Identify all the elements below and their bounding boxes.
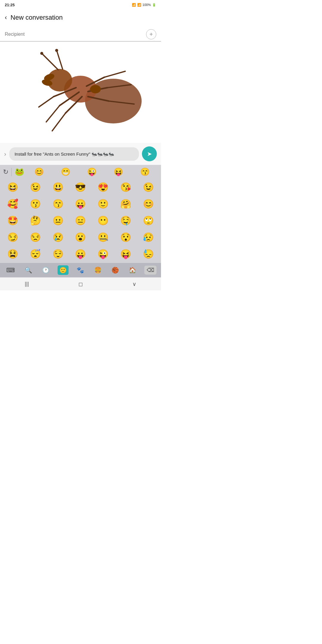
emoji-smiling-hearts[interactable]: 🥰 xyxy=(2,196,24,212)
emoji-sleeping[interactable]: 😴 xyxy=(24,246,47,262)
emoji-hugging[interactable]: 🤗 xyxy=(115,196,137,212)
recipient-input[interactable] xyxy=(5,32,146,37)
emoji-unamused[interactable]: 😒 xyxy=(24,229,47,245)
keyboard-category-search[interactable]: 🔍 xyxy=(23,265,34,275)
nav-back-button[interactable]: ∨ xyxy=(132,281,136,287)
emoji-winking2[interactable]: 😉 xyxy=(137,179,159,195)
divider xyxy=(11,168,12,176)
keyboard-category-keyboard[interactable]: ⌨ xyxy=(4,265,17,275)
emoji-expressionless[interactable]: 😑 xyxy=(69,212,92,228)
top-emoji-1[interactable]: 😊 xyxy=(34,167,44,177)
keyboard-top-row: ↻ 🐸 😊 😁 😜 😝 😙 xyxy=(0,165,161,178)
emoji-kissing-smiling[interactable]: 😙 xyxy=(47,196,69,212)
emoji-smirk[interactable]: 😏 xyxy=(2,229,24,245)
nav-home-button[interactable]: ◻ xyxy=(78,281,83,287)
top-emoji-row: 😊 😁 😜 😝 😙 xyxy=(26,167,158,177)
keyboard-category-bar: ⌨ 🔍 🕐 🙂 🐾 🍔 🏀 🏠 ⌫ xyxy=(0,263,161,277)
emoji-smiling2[interactable]: 😊 xyxy=(137,196,159,212)
emoji-grid: 😆 😉 😃 😎 😍 😘 😉 🥰 😗 😙 😛 🙂 🤗 😊 🤩 🤔 😐 😑 😶 🤤 … xyxy=(0,178,161,263)
page-title: New conversation xyxy=(10,14,63,21)
emoji-star-struck[interactable]: 🤩 xyxy=(2,212,24,228)
recipient-area: + xyxy=(0,26,161,41)
send-icon: ➤ xyxy=(147,150,152,157)
message-area: › Install for free "Ants on Screen Funny… xyxy=(0,143,161,165)
svg-point-8 xyxy=(40,52,43,55)
back-button[interactable]: ‹ xyxy=(5,14,7,21)
emoji-tongue2[interactable]: 😛 xyxy=(69,246,92,262)
emoji-tongue[interactable]: 😛 xyxy=(69,196,92,212)
keyboard-category-animal[interactable]: 🐾 xyxy=(75,265,86,275)
wifi-icon: 📶 xyxy=(132,3,136,7)
nav-menu-button[interactable]: ||| xyxy=(25,281,29,287)
emoji-winking-tongue[interactable]: 😜 xyxy=(92,246,114,262)
top-emoji-4[interactable]: 😝 xyxy=(114,167,123,177)
battery-icon: 🔋 xyxy=(152,3,156,7)
emoji-smiley[interactable]: 😃 xyxy=(47,179,69,195)
battery-text: 100% xyxy=(143,3,151,7)
emoji-thinking[interactable]: 🤔 xyxy=(24,212,47,228)
emoji-crying[interactable]: 😢 xyxy=(47,229,69,245)
keyboard-category-recent[interactable]: 🕐 xyxy=(40,265,51,275)
message-bubble[interactable]: Install for free "Ants on Screen Funny" … xyxy=(9,147,139,161)
svg-point-3 xyxy=(47,69,72,92)
keyboard-category-sports[interactable]: 🏀 xyxy=(110,265,121,275)
status-icons: 📶 📶 100% 🔋 xyxy=(132,3,156,7)
emoji-kissing[interactable]: 😗 xyxy=(24,196,47,212)
expand-button[interactable]: › xyxy=(4,151,6,157)
top-emoji-3[interactable]: 😜 xyxy=(87,167,97,177)
top-emoji-5[interactable]: 😙 xyxy=(140,167,150,177)
emoji-drooling[interactable]: 🤤 xyxy=(115,212,137,228)
emoji-zipper-mouth[interactable]: 🤐 xyxy=(92,229,114,245)
top-bar: ‹ New conversation xyxy=(0,9,161,26)
emoji-squinting-tongue[interactable]: 😝 xyxy=(115,246,137,262)
add-recipient-button[interactable]: + xyxy=(146,29,156,39)
emoji-downcast-sweat[interactable]: 😓 xyxy=(137,246,159,262)
emoji-keyboard: ↻ 🐸 😊 😁 😜 😝 😙 😆 😉 😃 😎 😍 😘 😉 🥰 😗 😙 😛 🙂 🤗 … xyxy=(0,165,161,277)
keyboard-category-emoji[interactable]: 🙂 xyxy=(58,265,69,275)
emoji-grinning-squinting[interactable]: 😆 xyxy=(2,179,24,195)
emoji-sunglasses[interactable]: 😎 xyxy=(69,179,92,195)
top-emoji-2[interactable]: 😁 xyxy=(61,167,70,177)
emoji-winking[interactable]: 😉 xyxy=(24,179,47,195)
emoji-heart-eyes[interactable]: 😍 xyxy=(92,179,114,195)
emoji-relieved[interactable]: 😌 xyxy=(47,246,69,262)
emoji-roll-eyes[interactable]: 🙄 xyxy=(137,212,159,228)
emoji-tired[interactable]: 😫 xyxy=(2,246,24,262)
svg-point-22 xyxy=(90,85,101,93)
keyboard-backspace-button[interactable]: ⌫ xyxy=(144,266,157,275)
emoji-hushed[interactable]: 😮 xyxy=(69,229,92,245)
signal-icon: 📶 xyxy=(137,3,141,7)
navigation-bar: ||| ◻ ∨ xyxy=(0,277,161,290)
svg-point-9 xyxy=(55,49,58,52)
emoji-no-mouth[interactable]: 😶 xyxy=(92,212,114,228)
keyboard-category-food[interactable]: 🍔 xyxy=(92,265,103,275)
emoji-kissing-heart[interactable]: 😘 xyxy=(115,179,137,195)
status-time: 21:25 xyxy=(5,3,15,7)
ant-image-area xyxy=(0,41,161,143)
ant-illustration xyxy=(0,41,161,143)
emoji-neutral[interactable]: 😐 xyxy=(47,212,69,228)
status-bar: 21:25 📶 📶 100% 🔋 xyxy=(0,0,161,9)
emoji-slightly-smiling[interactable]: 🙂 xyxy=(92,196,114,212)
emoji-open-mouth[interactable]: 😯 xyxy=(115,229,137,245)
emoji-sad[interactable]: 😥 xyxy=(137,229,159,245)
emoji-refresh-button[interactable]: ↻ xyxy=(3,168,8,176)
featured-emoji[interactable]: 🐸 xyxy=(15,167,24,177)
send-button[interactable]: ➤ xyxy=(142,146,157,161)
keyboard-category-places[interactable]: 🏠 xyxy=(127,265,138,275)
